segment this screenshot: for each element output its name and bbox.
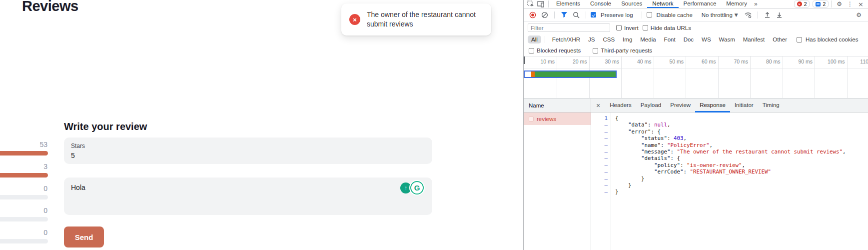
blocked-requests-checkbox[interactable] — [529, 48, 534, 54]
waterfall-download-segment — [535, 72, 616, 77]
review-textarea[interactable]: Hola ↑ G — [64, 178, 432, 215]
network-overview-timeline[interactable]: 10 ms20 ms30 ms40 ms50 ms60 ms70 ms80 ms… — [524, 56, 868, 98]
tab-console[interactable]: Console — [585, 0, 616, 8]
search-icon[interactable] — [571, 10, 581, 20]
rating-count: 3 — [0, 162, 47, 170]
filter-funnel-icon[interactable] — [559, 10, 569, 20]
record-network-log-icon[interactable] — [528, 10, 538, 20]
rating-bar — [0, 173, 48, 178]
close-devtools-icon[interactable]: × — [856, 0, 866, 8]
disable-cache-checkbox[interactable] — [647, 12, 652, 18]
code-line: "details": { — [615, 155, 868, 162]
throttling-dropdown[interactable]: No throttling ▼ — [702, 12, 738, 18]
detail-tab-initiator[interactable]: Initiator — [730, 98, 758, 112]
timeline-tick-label: 50 ms — [651, 58, 684, 64]
export-har-icon[interactable] — [775, 10, 785, 20]
chip-wasm[interactable]: Wasm — [716, 36, 739, 44]
gutter-line-marker: – — [591, 142, 608, 148]
chip-img[interactable]: Img — [619, 36, 636, 44]
detail-tab-response[interactable]: Response — [695, 98, 730, 112]
clear-network-log-icon[interactable] — [540, 10, 550, 20]
error-toast: × The owner of the restaurant cannot sub… — [341, 4, 491, 36]
rating-bar — [0, 239, 48, 244]
chip-doc[interactable]: Doc — [680, 36, 697, 44]
name-column-header[interactable]: Name — [524, 98, 591, 112]
request-filter-group: Blocked requests — [529, 48, 585, 54]
tab-elements[interactable]: Elements — [551, 0, 585, 8]
more-tabs-button[interactable]: » — [752, 0, 760, 8]
close-detail-icon[interactable]: × — [591, 102, 605, 110]
write-review-heading: Write your review — [64, 121, 147, 132]
code-line: "errCode": "RESTAURANT_OWNER_REVIEW" — [615, 168, 868, 175]
detail-tab-headers[interactable]: Headers — [605, 98, 636, 112]
divider — [554, 12, 555, 18]
has-blocked-cookies-checkbox[interactable] — [797, 37, 802, 42]
devtools-main-tabs: ElementsConsoleSourcesNetworkPerformance… — [551, 0, 752, 8]
timeline-tick-label: 40 ms — [619, 58, 652, 64]
detail-tab-timing[interactable]: Timing — [758, 98, 784, 112]
hide-data-urls-checkbox[interactable] — [643, 25, 648, 30]
third-party-requests-checkbox[interactable] — [593, 48, 598, 54]
detail-tab-preview[interactable]: Preview — [666, 98, 695, 112]
tab-network[interactable]: Network — [647, 0, 678, 8]
token: "policy": — [615, 162, 687, 168]
chip-ws[interactable]: WS — [698, 36, 715, 44]
chip-manifest[interactable]: Manifest — [740, 36, 768, 44]
stars-field[interactable]: Stars 5 — [64, 138, 432, 164]
device-toolbar-icon[interactable] — [536, 0, 546, 8]
token: "RESTAURANT_OWNER_REVIEW" — [690, 168, 772, 175]
settings-gear-icon[interactable]: ⚙ — [834, 0, 845, 8]
import-har-icon[interactable] — [763, 10, 773, 20]
gutter-line-marker: – — [591, 162, 608, 168]
detail-tab-bar: × HeadersPayloadPreviewResponseInitiator… — [591, 98, 868, 112]
toast-message: The owner of the restaurant cannot submi… — [367, 10, 482, 29]
resource-type-chips: AllFetch/XHRJSCSSImgMediaFontDocWSWasmMa… — [524, 34, 868, 45]
divider — [758, 12, 758, 18]
send-button[interactable]: Send — [64, 226, 104, 248]
tab-sources[interactable]: Sources — [616, 0, 647, 8]
code-line: { — [615, 115, 868, 122]
network-conditions-icon[interactable] — [743, 10, 753, 20]
network-settings-gear-icon[interactable]: ⚙ — [854, 12, 864, 18]
code-line: } — [615, 182, 868, 188]
code-line: } — [615, 176, 868, 182]
overview-selection-window[interactable] — [524, 70, 617, 78]
chevron-down-icon: ▼ — [735, 12, 738, 18]
chip-other[interactable]: Other — [769, 36, 791, 44]
chip-media[interactable]: Media — [637, 36, 659, 44]
grammarly-icon[interactable]: G — [410, 181, 424, 194]
token: "error": { — [615, 128, 661, 135]
token: "PolicyError" — [667, 142, 710, 148]
gutter-line-marker: – — [591, 168, 608, 175]
has-blocked-cookies-label: Has blocked cookies — [806, 36, 858, 42]
error-count-badge[interactable]: × 2 — [794, 0, 810, 8]
gutter-line-marker: – — [591, 176, 608, 182]
request-rows: reviews — [524, 112, 591, 125]
tab-performance[interactable]: Performance — [679, 0, 722, 8]
request-row-reviews[interactable]: reviews — [524, 112, 591, 125]
token: } — [615, 176, 645, 182]
kebab-menu-icon[interactable]: ⋮ — [845, 0, 856, 8]
response-viewer[interactable]: 1––––––––––– { "data": null, "error": { … — [591, 112, 868, 250]
detail-tab-payload[interactable]: Payload — [636, 98, 666, 112]
chip-js[interactable]: JS — [585, 36, 598, 44]
preserve-log-checkbox[interactable] — [591, 12, 596, 18]
chip-fetchxhr[interactable]: Fetch/XHR — [549, 36, 584, 44]
network-filter-input[interactable] — [528, 24, 610, 32]
invert-checkbox[interactable] — [616, 25, 622, 30]
chip-font[interactable]: Font — [661, 36, 679, 44]
chip-css[interactable]: CSS — [599, 36, 618, 44]
stars-value: 5 — [71, 152, 425, 160]
request-filter-group: Third-party requests — [593, 48, 656, 54]
disable-cache-label: Disable cache — [657, 12, 693, 18]
rating-count: 0 — [0, 228, 47, 236]
token: } — [615, 182, 632, 188]
line-number-gutter: 1––––––––––– — [591, 112, 611, 250]
inspect-element-icon[interactable] — [526, 0, 536, 8]
tab-memory[interactable]: Memory — [721, 0, 752, 8]
assistant-arrow-icon[interactable]: ↑ — [400, 182, 411, 194]
chip-all[interactable]: All — [528, 36, 541, 44]
timeline-tick-label: 90 ms — [780, 58, 813, 64]
message-count-badge[interactable]: 2 — [813, 0, 829, 8]
timeline-tick-label: 110 ms — [844, 58, 868, 64]
